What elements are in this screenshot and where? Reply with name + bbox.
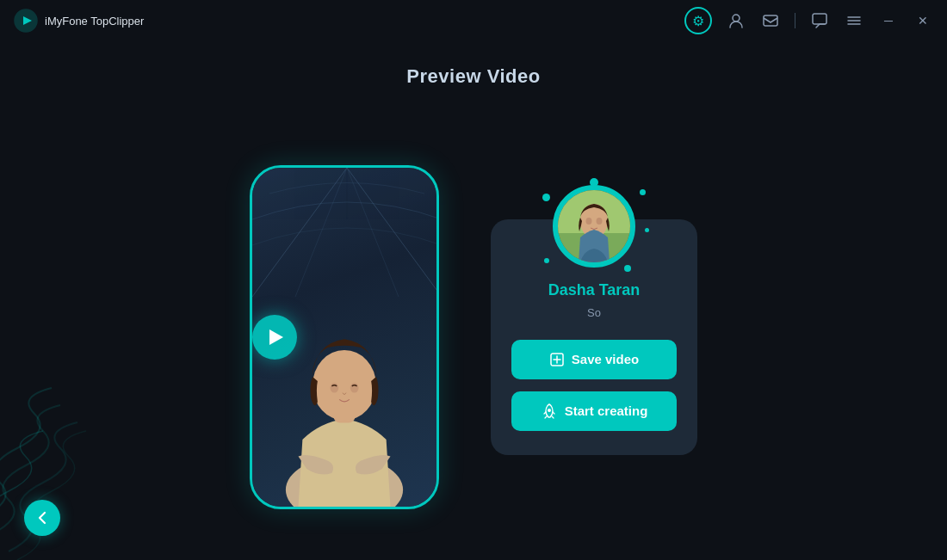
dot-decoration	[624, 265, 631, 272]
save-icon	[549, 352, 565, 367]
svg-rect-4	[813, 14, 826, 24]
person-illustration	[252, 218, 436, 507]
titlebar: iMyFone TopClipper ⚙	[0, 0, 947, 41]
svg-point-26	[548, 409, 551, 412]
dot-decoration	[542, 194, 550, 201]
app-logo: iMyFone TopClipper	[14, 9, 144, 33]
play-button[interactable]	[252, 315, 297, 360]
chat-icon	[811, 12, 828, 29]
mail-icon	[762, 12, 779, 29]
content-area: Dasha Taran So Save video Start	[250, 114, 697, 560]
back-button[interactable]	[24, 500, 60, 536]
titlebar-controls: ⚙ ─ ✕	[684, 7, 933, 34]
profile-subtitle: So	[587, 306, 601, 319]
start-creating-button[interactable]: Start creating	[511, 391, 677, 431]
rocket-icon	[541, 403, 558, 420]
svg-point-15	[330, 383, 338, 393]
avatar-ring	[553, 185, 635, 268]
avatar-wrapper	[553, 185, 635, 268]
settings-icon: ⚙	[692, 13, 704, 29]
settings-button[interactable]: ⚙	[684, 7, 712, 34]
back-arrow-icon	[34, 509, 51, 526]
dot-decoration	[640, 189, 646, 195]
chat-button[interactable]	[809, 10, 830, 31]
menu-button[interactable]	[844, 10, 864, 31]
minimize-button[interactable]: ─	[878, 10, 899, 31]
svg-rect-3	[764, 15, 777, 26]
hamburger-icon	[845, 12, 863, 29]
app-logo-icon	[14, 9, 38, 33]
svg-point-2	[733, 15, 740, 22]
account-button[interactable]	[726, 10, 746, 31]
profile-card: Dasha Taran So Save video Start	[491, 219, 697, 455]
app-name: iMyFone TopClipper	[45, 15, 144, 28]
dot-decoration	[645, 228, 649, 232]
avatar	[558, 190, 630, 262]
play-icon	[269, 329, 283, 345]
dot-decoration	[544, 258, 549, 263]
separator	[795, 13, 795, 28]
save-video-label: Save video	[572, 352, 639, 366]
svg-point-21	[586, 218, 592, 225]
phone-mockup	[250, 165, 439, 509]
save-video-button[interactable]: Save video	[511, 340, 677, 379]
close-button[interactable]: ✕	[913, 10, 933, 31]
account-icon	[727, 12, 745, 29]
svg-point-14	[313, 350, 376, 421]
start-creating-label: Start creating	[565, 403, 648, 418]
profile-name: Dasha Taran	[548, 281, 641, 299]
main-content: Preview Video	[0, 41, 947, 560]
page-title: Preview Video	[406, 65, 540, 88]
mail-button[interactable]	[760, 10, 781, 31]
svg-point-16	[350, 383, 359, 393]
svg-point-22	[597, 218, 603, 225]
